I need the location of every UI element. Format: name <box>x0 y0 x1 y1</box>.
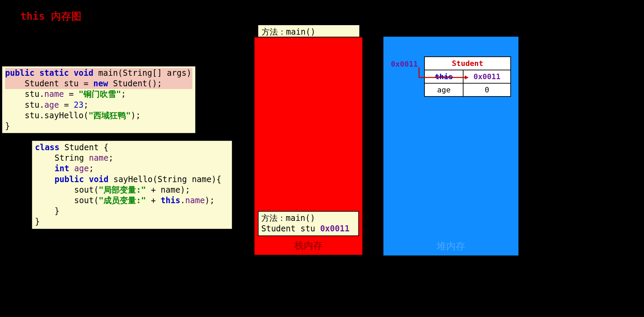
code-text: ; <box>109 153 113 163</box>
code-text: = <box>64 89 78 99</box>
stack-frame-method: 方法：main() <box>261 213 356 224</box>
code-block-class: class Student { String name; int age; pu… <box>32 141 232 229</box>
code-text: } <box>35 206 59 216</box>
code-text: ; <box>89 164 94 173</box>
code-field: name <box>89 153 109 163</box>
code-text: } <box>5 121 10 131</box>
code-text: stu.sayHello( <box>5 111 89 120</box>
code-text: + name); <box>146 185 190 195</box>
code-text: ; <box>83 100 88 110</box>
stack-caption: 栈内存 <box>254 239 362 252</box>
heap-object-address: 0x0011 <box>391 60 418 68</box>
heap-memory-box: 0x0011 Student this 0x0011 age 0 堆内存 <box>383 37 518 256</box>
code-text <box>35 164 55 173</box>
code-string: "成员变量:" <box>99 196 146 205</box>
code-keyword: int <box>55 164 69 173</box>
code-text: Student stu = <box>5 79 93 88</box>
code-text: sayHello(String name){ <box>109 175 221 184</box>
code-text: stu. <box>5 89 44 99</box>
code-text: Student { <box>59 143 109 152</box>
code-number: 23 <box>74 100 83 110</box>
code-string: "局部变量:" <box>99 185 146 195</box>
stack-var-address: 0x0011 <box>320 224 349 233</box>
heap-field-age: age <box>424 83 463 96</box>
heap-field-age-value: 0 <box>463 83 511 96</box>
code-keyword: class <box>35 143 59 152</box>
code-field: name <box>44 89 64 99</box>
code-text: stu. <box>5 100 44 110</box>
stack-memory-box: 方法：main() Student stu 0x0011 栈内存 <box>254 37 363 256</box>
heap-object-table: Student this 0x0011 age 0 <box>424 56 511 97</box>
code-field: age <box>44 100 59 110</box>
code-keyword: public void <box>55 175 109 184</box>
code-text: + <box>146 196 160 205</box>
code-string: "西域狂鸭" <box>89 111 131 120</box>
code-text: ; <box>121 89 126 99</box>
code-text: main(String[] args) { <box>93 68 201 78</box>
code-text: ); <box>205 196 215 205</box>
code-text: ); <box>131 111 141 120</box>
stack-frame-main: 方法：main() Student stu 0x0011 <box>258 211 359 236</box>
heap-object-classname: Student <box>424 57 511 70</box>
code-keyword: this <box>161 196 181 205</box>
code-text: sout( <box>35 196 99 205</box>
code-keyword: public static void <box>5 68 93 78</box>
code-text: = <box>59 100 74 110</box>
diagram-title: this 内存图 <box>20 10 81 23</box>
code-text <box>69 164 74 173</box>
code-block-main: public static void main(String[] args) {… <box>2 66 195 133</box>
code-text <box>35 175 55 184</box>
heap-field-this: this <box>435 72 453 81</box>
stack-frame-var: Student stu 0x0011 <box>261 224 356 234</box>
code-string: "铜门吹雪" <box>79 89 121 99</box>
code-text: Student(); <box>108 79 162 88</box>
code-text: } <box>35 217 40 226</box>
code-text: String <box>35 153 89 163</box>
code-field: age <box>74 164 89 173</box>
code-field: name <box>185 196 205 205</box>
code-text: sout( <box>35 185 99 195</box>
code-keyword: new <box>93 79 108 88</box>
code-text: . <box>180 196 185 205</box>
heap-field-this-value: 0x0011 <box>463 70 511 83</box>
heap-caption: 堆内存 <box>383 240 518 253</box>
